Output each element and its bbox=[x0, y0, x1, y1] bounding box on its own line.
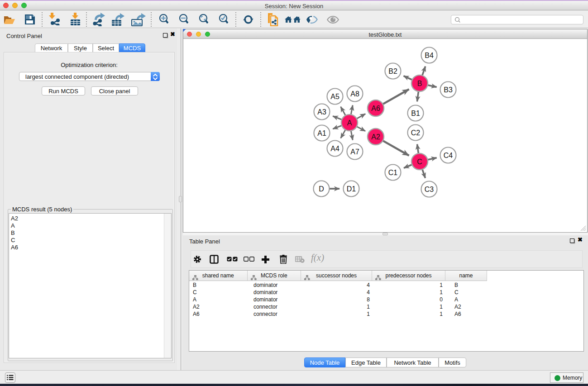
svg-text:A: A bbox=[347, 119, 352, 127]
svg-text:A4: A4 bbox=[330, 145, 339, 152]
svg-text:B2: B2 bbox=[388, 67, 397, 75]
svg-text:B4: B4 bbox=[425, 52, 434, 59]
svg-text:B: B bbox=[417, 80, 422, 87]
svg-text:A3: A3 bbox=[317, 108, 326, 116]
svg-text:D1: D1 bbox=[347, 185, 356, 193]
svg-text:C: C bbox=[417, 158, 422, 166]
svg-text:C2: C2 bbox=[411, 129, 421, 137]
svg-text:B1: B1 bbox=[411, 110, 420, 117]
svg-text:A8: A8 bbox=[350, 90, 359, 98]
svg-text:D: D bbox=[319, 185, 324, 193]
svg-text:C4: C4 bbox=[444, 152, 453, 159]
svg-text:A6: A6 bbox=[371, 105, 380, 112]
svg-text:C3: C3 bbox=[425, 186, 434, 193]
svg-text:A7: A7 bbox=[350, 148, 359, 156]
svg-text:A5: A5 bbox=[330, 93, 339, 100]
svg-text:B3: B3 bbox=[444, 86, 453, 94]
svg-text:A2: A2 bbox=[371, 133, 380, 141]
svg-text:A1: A1 bbox=[317, 129, 326, 137]
svg-text:C1: C1 bbox=[388, 169, 398, 176]
